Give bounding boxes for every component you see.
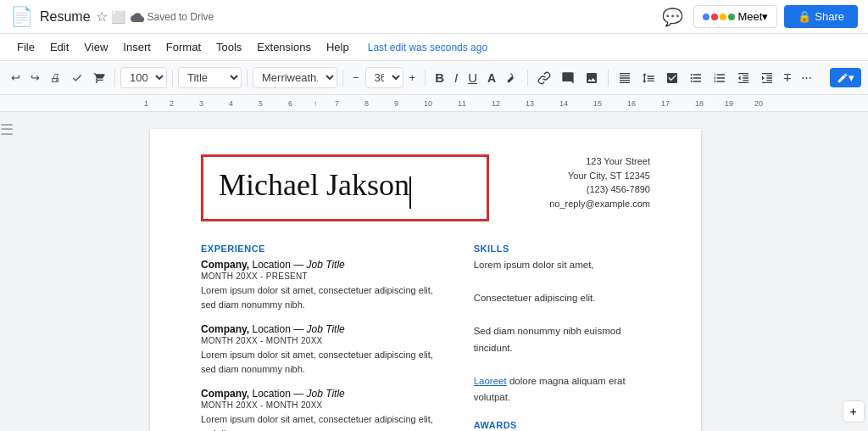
italic-button[interactable]: I: [450, 67, 462, 88]
job-title-line-2: Company, Location — Job Title: [201, 323, 448, 335]
numbered-list-button[interactable]: [709, 68, 731, 88]
indent-increase-button[interactable]: [756, 68, 778, 88]
line-spacing-button[interactable]: [637, 68, 659, 88]
menu-insert[interactable]: Insert: [116, 37, 158, 57]
name-text: Michael Jakson: [219, 168, 409, 202]
more-options-button[interactable]: ⋯: [797, 68, 816, 87]
share-button[interactable]: 🔒 Share: [784, 5, 858, 28]
comment-toolbar-button[interactable]: [557, 68, 579, 88]
cloud-icon: [131, 12, 144, 22]
share-label: Share: [815, 10, 844, 23]
text-color-button[interactable]: A: [483, 68, 500, 88]
address-line4: no_reply@example.com: [549, 197, 650, 211]
style-select[interactable]: Title Normal text Heading 1: [178, 67, 242, 88]
address-line2: Your City, ST 12345: [549, 169, 650, 183]
experience-column: EXPERIENCE Company, Location — Job Title…: [201, 243, 448, 431]
clear-formatting-button[interactable]: T̶: [780, 68, 795, 87]
meet-label: Meet: [737, 10, 762, 23]
skills-text: Lorem ipsum dolor sit amet, Consectetuer…: [474, 257, 650, 406]
font-size-increase-button[interactable]: +: [405, 68, 420, 87]
menu-tools[interactable]: Tools: [209, 37, 248, 57]
main-area: ☰ Michael Jakson 123 Your Street Your Ci…: [0, 112, 868, 431]
menu-file[interactable]: File: [10, 37, 42, 57]
paint-format-button[interactable]: [89, 69, 109, 87]
menu-bar: File Edit View Insert Format Tools Exten…: [0, 34, 868, 61]
skills-section: SKILLS Lorem ipsum dolor sit amet, Conse…: [474, 243, 650, 406]
align-button[interactable]: [614, 68, 636, 88]
skills-text-1: Lorem ipsum dolor sit amet,: [474, 257, 650, 274]
meet-button[interactable]: Meet▾: [693, 5, 778, 28]
underline-button[interactable]: U: [464, 67, 481, 88]
page-container: Michael Jakson 123 Your Street Your City…: [13, 112, 838, 431]
job-entry-1: Company, Location — Job Title MONTH 20XX…: [201, 259, 448, 311]
doc-title[interactable]: Resume: [40, 9, 91, 25]
awards-section: AWARDS Lorem ipsum dolor sit amet Consec…: [474, 420, 650, 431]
menu-format[interactable]: Format: [159, 37, 208, 57]
menu-view[interactable]: View: [77, 37, 114, 57]
job-date-2: MONTH 20XX - MONTH 20XX: [201, 336, 448, 345]
job-title-line-3: Company, Location — Job Title: [201, 388, 448, 400]
font-size-select[interactable]: 36 12 24 48: [365, 67, 403, 88]
highlight-button[interactable]: [502, 69, 522, 87]
last-edit-link[interactable]: Last edit was seconds ago: [368, 42, 487, 53]
undo-button[interactable]: ↩: [7, 68, 25, 87]
menu-help[interactable]: Help: [320, 37, 356, 57]
skills-text-2: Consectetuer adipiscing elit.: [474, 290, 650, 307]
job-entry-3: Company, Location — Job Title MONTH 20XX…: [201, 388, 448, 431]
address-block: 123 Your Street Your City, ST 12345 (123…: [549, 154, 650, 210]
address-line3: (123) 456-7890: [549, 182, 650, 197]
font-size-decrease-button[interactable]: −: [348, 68, 364, 87]
expand-button[interactable]: +: [843, 400, 865, 423]
toolbar-separator-2: [172, 70, 173, 87]
title-bar: 📄 Resume ☆ ⬜ Saved to Drive 💬 Meet▾ 🔒 Sh…: [0, 0, 868, 34]
star-icon[interactable]: ☆: [96, 8, 108, 25]
font-select[interactable]: Merriweath... Arial Times New Roman: [253, 67, 337, 88]
toolbar-separator-3: [247, 70, 248, 87]
bold-button[interactable]: B: [431, 67, 448, 88]
job-title-line-1: Company, Location — Job Title: [201, 259, 448, 271]
bullet-list-button[interactable]: [685, 68, 707, 88]
document-page[interactable]: Michael Jakson 123 Your Street Your City…: [150, 129, 701, 431]
skills-text-3: Sed diam nonummy nibh euismod tincidunt.: [474, 323, 650, 356]
skills-awards-column: SKILLS Lorem ipsum dolor sit amet, Conse…: [474, 243, 650, 431]
awards-header: AWARDS: [474, 420, 650, 430]
text-cursor: [409, 176, 411, 209]
toolbar-separator-5: [425, 70, 426, 87]
lock-icon: 🔒: [798, 10, 811, 23]
job-desc-3: Lorem ipsum dolor sit amet, consectetuer…: [201, 412, 448, 431]
toolbar: ↩ ↪ 🖨 100% 75% 150% Title Normal text He…: [0, 61, 868, 95]
indent-decrease-button[interactable]: [732, 68, 754, 88]
job-desc-1: Lorem ipsum dolor sit amet, consectetuer…: [201, 283, 448, 311]
experience-header: EXPERIENCE: [201, 243, 448, 254]
job-desc-2: Lorem ipsum dolor sit amet, consectetuer…: [201, 348, 448, 376]
menu-extensions[interactable]: Extensions: [250, 37, 318, 57]
spell-check-button[interactable]: [67, 69, 87, 87]
folder-icon[interactable]: ⬜: [111, 10, 125, 24]
saved-status: Saved to Drive: [147, 11, 214, 23]
comment-icon[interactable]: 💬: [662, 7, 683, 27]
job-entry-2: Company, Location — Job Title MONTH 20XX…: [201, 323, 448, 376]
edit-mode-button[interactable]: ▾: [830, 68, 861, 87]
skills-header: SKILLS: [474, 243, 650, 254]
address-line1: 123 Your Street: [549, 154, 650, 169]
job-date-1: MONTH 20XX - PRESENT: [201, 271, 448, 281]
image-button[interactable]: [581, 68, 603, 88]
menu-edit[interactable]: Edit: [43, 37, 75, 57]
link-button[interactable]: [533, 68, 555, 88]
left-sidebar: ☰: [0, 112, 13, 431]
job-date-3: MONTH 20XX - MONTH 20XX: [201, 400, 448, 410]
toolbar-separator-4: [342, 70, 343, 87]
toolbar-separator-6: [527, 70, 528, 87]
toolbar-separator-7: [608, 70, 609, 87]
right-sidebar: +: [838, 112, 868, 431]
checklist-button[interactable]: [661, 68, 683, 88]
name-section[interactable]: Michael Jakson: [201, 154, 489, 221]
skills-link[interactable]: Laoreet: [474, 376, 507, 386]
zoom-select[interactable]: 100% 75% 150%: [120, 67, 167, 88]
redo-button[interactable]: ↪: [26, 68, 44, 87]
print-button[interactable]: 🖨: [46, 68, 65, 87]
outline-icon[interactable]: ☰: [0, 120, 14, 139]
doc-icon: 📄: [10, 6, 33, 28]
toolbar-separator-1: [114, 70, 115, 87]
two-column-layout: EXPERIENCE Company, Location — Job Title…: [201, 243, 650, 431]
